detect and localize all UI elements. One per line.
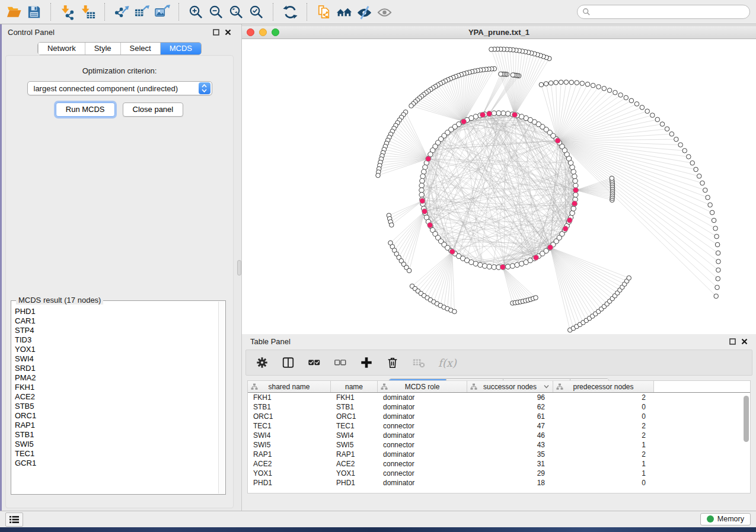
export-table-icon[interactable] [132,2,152,22]
toolbar-separator [50,3,51,21]
mcds-result-list[interactable]: PHD1CAR1STP4TID3YOX1SWI4SRD1PMA2FKH1ACE2… [15,307,218,493]
table-row[interactable]: PHD1 PHD1 dominator 18 0 [248,478,750,488]
zoom-out-icon[interactable] [206,2,226,22]
table-row[interactable]: TEC1 TEC1 connector 47 2 [248,421,750,431]
mcds-result-node[interactable]: CAR1 [15,316,218,326]
network-view-window: YPA_prune.txt_1 [242,25,756,334]
hide-selected-icon[interactable] [354,2,374,22]
toolbar-separator [104,3,105,21]
mcds-result-node[interactable]: ORC1 [15,411,218,421]
function-builder-icon: f(x) [438,357,457,369]
zoom-fit-icon[interactable] [226,2,246,22]
zoom-in-icon[interactable] [186,2,206,22]
control-panel-tab[interactable]: Select [120,43,160,55]
select-all-checkboxes-icon[interactable] [308,356,321,369]
table-settings-gear-icon[interactable] [256,356,269,369]
node-attr-icon [470,383,477,390]
node-attr-icon [556,383,563,390]
save-session-icon[interactable] [24,2,44,22]
table-row[interactable]: RAP1 RAP1 dominator 35 2 [248,450,750,459]
mcds-result-node[interactable]: STB5 [15,402,218,411]
column-header-name[interactable]: name [331,381,378,392]
export-image-icon[interactable] [152,2,172,22]
zoom-selected-icon[interactable] [246,2,266,22]
first-neighbors-icon[interactable] [334,2,354,22]
float-panel-icon[interactable] [213,29,219,36]
task-history-button[interactable] [5,512,23,527]
node-table: shared name name MCDS role successor nod… [247,380,751,493]
close-panel-icon[interactable] [741,338,748,345]
table-row[interactable]: FKH1 FKH1 dominator 96 2 [248,393,750,402]
mcds-result-node[interactable]: SWI5 [15,440,218,449]
mcds-result-node[interactable]: STB1 [15,430,218,440]
column-header-shared-name[interactable]: shared name [248,381,331,392]
mcds-result-node[interactable]: GCR1 [15,459,218,468]
table-row[interactable]: ACE2 ACE2 connector 31 1 [248,459,750,469]
result-list-scrollbar[interactable] [218,302,225,493]
column-header-predecessor-nodes[interactable]: predecessor nodes [553,381,654,392]
duplicate-network-icon[interactable] [314,2,334,22]
splitter-grip[interactable] [237,260,241,275]
run-mcds-button[interactable]: Run MCDS [56,102,115,117]
table-row[interactable]: SWI5 SWI5 connector 43 1 [248,440,750,450]
control-panel-title: Control Panel [8,28,55,37]
show-columns-icon[interactable] [282,356,295,369]
mcds-result-node[interactable]: SRD1 [15,364,218,373]
mcds-result-node[interactable]: TID3 [15,335,218,345]
column-header-successor-nodes[interactable]: successor nodes [467,381,553,392]
open-session-icon[interactable] [4,2,24,22]
memory-label: Memory [717,515,744,523]
table-row[interactable]: ORC1 ORC1 dominator 61 0 [248,412,750,421]
mcds-result-node[interactable]: SWI4 [15,354,218,364]
toolbar-separator [307,3,307,21]
mcds-result-node[interactable]: PMA2 [15,373,218,383]
table-panel-title: Table Panel [250,337,291,346]
control-panel-tab[interactable]: MCDS [160,43,201,55]
toolbar-separator [178,3,179,21]
workspace: YPA_prune.txt_1 Table Panel [241,24,756,511]
mcds-result-title: MCDS result (17 nodes) [16,296,103,305]
import-network-icon[interactable] [58,2,78,22]
status-bar: Memory [0,511,756,527]
close-panel-icon[interactable] [225,29,231,36]
network-graph[interactable] [242,39,756,334]
control-panel-tab[interactable]: Network [38,43,85,55]
search-input[interactable] [594,8,745,16]
panel-splitter[interactable] [237,24,241,511]
mcds-result-node[interactable]: FKH1 [15,383,218,392]
add-column-icon[interactable] [360,356,373,369]
mcds-result-node[interactable]: YOX1 [15,345,218,354]
search-box[interactable] [577,5,750,19]
deselect-all-checkboxes-icon[interactable] [334,356,347,369]
mcds-result-node[interactable]: RAP1 [15,421,218,430]
column-header-mcds-role[interactable]: MCDS role [378,381,467,392]
close-panel-button[interactable]: Close panel [123,102,184,117]
import-table-icon[interactable] [78,2,98,22]
show-all-icon[interactable] [374,2,394,22]
control-panel: Control Panel NetworkStyleSelectMCDS Opt… [2,24,237,511]
main-area: Control Panel NetworkStyleSelectMCDS Opt… [0,24,756,511]
delete-table-icon [412,356,425,369]
float-panel-icon[interactable] [729,338,736,345]
table-scrollbar[interactable] [742,393,749,492]
refresh-icon[interactable] [280,2,300,22]
criterion-dropdown[interactable]: largest connected component (undirected) [27,81,212,95]
table-row[interactable]: YOX1 YOX1 connector 29 1 [248,469,750,478]
memory-button[interactable]: Memory [700,513,751,525]
export-network-icon[interactable] [111,2,132,22]
mcds-result-node[interactable]: PHD1 [15,307,218,316]
mcds-result-node[interactable]: TEC1 [15,449,218,459]
column-header-filler [654,381,750,392]
mcds-result-node[interactable]: ACE2 [15,392,218,402]
delete-column-icon[interactable] [386,356,399,369]
toolbar-separator [273,3,273,21]
table-body: FKH1 FKH1 dominator 96 2 STB1 STB1 domin… [248,393,750,488]
table-scrollbar-thumb[interactable] [744,396,749,442]
table-row[interactable]: STB1 STB1 dominator 62 0 [248,402,750,412]
control-panel-tab[interactable]: Style [85,43,120,55]
table-row[interactable]: SWI4 SWI4 dominator 46 2 [248,431,750,440]
mcds-result-node[interactable]: STP4 [15,326,218,335]
table-toolbar: f(x) [245,350,752,376]
network-window-titlebar[interactable]: YPA_prune.txt_1 [242,26,756,39]
network-canvas[interactable] [242,39,756,334]
